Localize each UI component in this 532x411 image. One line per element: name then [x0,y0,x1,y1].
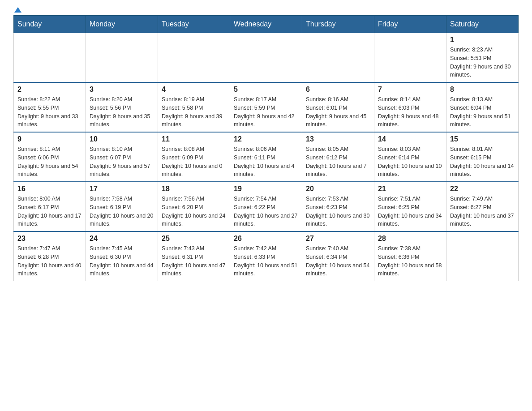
weekday-header-row: SundayMondayTuesdayWednesdayThursdayFrid… [14,16,519,33]
day-info: Sunrise: 8:13 AM Sunset: 6:04 PM Dayligh… [450,95,515,129]
day-number: 15 [450,135,515,143]
day-number: 12 [234,135,298,143]
calendar-cell: 10Sunrise: 8:10 AM Sunset: 6:07 PM Dayli… [86,132,158,182]
day-number: 21 [378,185,442,193]
day-number: 10 [90,135,154,143]
calendar-cell: 26Sunrise: 7:42 AM Sunset: 6:33 PM Dayli… [230,231,302,281]
day-number: 22 [450,185,515,193]
calendar-cell: 19Sunrise: 7:54 AM Sunset: 6:22 PM Dayli… [230,182,302,231]
calendar-cell: 21Sunrise: 7:51 AM Sunset: 6:25 PM Dayli… [374,182,446,231]
calendar-cell: 7Sunrise: 8:14 AM Sunset: 6:03 PM Daylig… [374,82,446,132]
calendar-week-row: 9Sunrise: 8:11 AM Sunset: 6:06 PM Daylig… [14,132,519,182]
day-number: 19 [234,185,298,193]
day-number: 25 [162,235,226,243]
day-info: Sunrise: 7:38 AM Sunset: 6:36 PM Dayligh… [378,244,442,278]
day-info: Sunrise: 7:40 AM Sunset: 6:34 PM Dayligh… [306,244,370,278]
day-info: Sunrise: 8:16 AM Sunset: 6:01 PM Dayligh… [306,95,370,129]
day-number: 3 [90,86,154,94]
calendar-cell [302,33,374,83]
day-info: Sunrise: 7:47 AM Sunset: 6:28 PM Dayligh… [17,244,82,278]
calendar-cell [230,33,302,83]
day-number: 23 [17,235,82,243]
day-number: 4 [162,86,226,94]
calendar-week-row: 1Sunrise: 8:23 AM Sunset: 5:53 PM Daylig… [14,33,519,83]
calendar-cell: 13Sunrise: 8:05 AM Sunset: 6:12 PM Dayli… [302,132,374,182]
calendar-cell: 3Sunrise: 8:20 AM Sunset: 5:56 PM Daylig… [86,82,158,132]
weekday-header-tuesday: Tuesday [158,16,230,33]
day-number: 18 [162,185,226,193]
calendar-cell: 24Sunrise: 7:45 AM Sunset: 6:30 PM Dayli… [86,231,158,281]
day-info: Sunrise: 7:53 AM Sunset: 6:23 PM Dayligh… [306,195,370,228]
day-info: Sunrise: 7:54 AM Sunset: 6:22 PM Dayligh… [234,195,298,228]
logo [13,9,21,11]
calendar-cell: 22Sunrise: 7:49 AM Sunset: 6:27 PM Dayli… [446,182,519,231]
calendar-cell: 28Sunrise: 7:38 AM Sunset: 6:36 PM Dayli… [374,231,446,281]
calendar-cell: 9Sunrise: 8:11 AM Sunset: 6:06 PM Daylig… [14,132,86,182]
day-number: 6 [306,86,370,94]
day-number: 11 [162,135,226,143]
calendar-cell: 16Sunrise: 8:00 AM Sunset: 6:17 PM Dayli… [14,182,86,231]
calendar-cell [374,33,446,83]
day-info: Sunrise: 7:45 AM Sunset: 6:30 PM Dayligh… [90,244,154,278]
day-info: Sunrise: 8:08 AM Sunset: 6:09 PM Dayligh… [162,145,226,179]
weekday-header-sunday: Sunday [14,16,86,33]
calendar-cell: 1Sunrise: 8:23 AM Sunset: 5:53 PM Daylig… [446,33,519,83]
calendar-cell: 12Sunrise: 8:06 AM Sunset: 6:11 PM Dayli… [230,132,302,182]
calendar-cell: 5Sunrise: 8:17 AM Sunset: 5:59 PM Daylig… [230,82,302,132]
calendar-cell: 14Sunrise: 8:03 AM Sunset: 6:14 PM Dayli… [374,132,446,182]
calendar-cell: 20Sunrise: 7:53 AM Sunset: 6:23 PM Dayli… [302,182,374,231]
calendar-cell [14,33,86,83]
calendar-week-row: 23Sunrise: 7:47 AM Sunset: 6:28 PM Dayli… [14,231,519,281]
calendar-cell [446,231,519,281]
calendar-table: SundayMondayTuesdayWednesdayThursdayFrid… [13,15,519,281]
calendar-cell [86,33,158,83]
day-info: Sunrise: 7:51 AM Sunset: 6:25 PM Dayligh… [378,195,442,228]
calendar-cell [158,33,230,83]
day-number: 14 [378,135,442,143]
day-number: 5 [234,86,298,94]
day-number: 8 [450,86,515,94]
day-info: Sunrise: 8:00 AM Sunset: 6:17 PM Dayligh… [17,195,82,228]
calendar-week-row: 2Sunrise: 8:22 AM Sunset: 5:55 PM Daylig… [14,82,519,132]
calendar-cell: 11Sunrise: 8:08 AM Sunset: 6:09 PM Dayli… [158,132,230,182]
day-number: 13 [306,135,370,143]
calendar-cell: 4Sunrise: 8:19 AM Sunset: 5:58 PM Daylig… [158,82,230,132]
calendar-cell: 23Sunrise: 7:47 AM Sunset: 6:28 PM Dayli… [14,231,86,281]
day-info: Sunrise: 8:11 AM Sunset: 6:06 PM Dayligh… [17,145,82,179]
weekday-header-friday: Friday [374,16,446,33]
day-info: Sunrise: 7:42 AM Sunset: 6:33 PM Dayligh… [234,244,298,278]
calendar-cell: 2Sunrise: 8:22 AM Sunset: 5:55 PM Daylig… [14,82,86,132]
weekday-header-saturday: Saturday [446,16,519,33]
day-info: Sunrise: 8:19 AM Sunset: 5:58 PM Dayligh… [162,95,226,129]
day-info: Sunrise: 8:20 AM Sunset: 5:56 PM Dayligh… [90,95,154,129]
day-info: Sunrise: 8:22 AM Sunset: 5:55 PM Dayligh… [17,95,82,129]
calendar-cell: 6Sunrise: 8:16 AM Sunset: 6:01 PM Daylig… [302,82,374,132]
day-number: 17 [90,185,154,193]
day-info: Sunrise: 8:14 AM Sunset: 6:03 PM Dayligh… [378,95,442,129]
page-header [13,9,519,11]
day-info: Sunrise: 8:06 AM Sunset: 6:11 PM Dayligh… [234,145,298,179]
day-number: 7 [378,86,442,94]
calendar-cell: 17Sunrise: 7:58 AM Sunset: 6:19 PM Dayli… [86,182,158,231]
weekday-header-thursday: Thursday [302,16,374,33]
day-number: 1 [450,36,515,44]
day-number: 24 [90,235,154,243]
day-number: 9 [17,135,82,143]
calendar-week-row: 16Sunrise: 8:00 AM Sunset: 6:17 PM Dayli… [14,182,519,231]
day-info: Sunrise: 7:56 AM Sunset: 6:20 PM Dayligh… [162,195,226,228]
calendar-cell: 18Sunrise: 7:56 AM Sunset: 6:20 PM Dayli… [158,182,230,231]
day-info: Sunrise: 8:03 AM Sunset: 6:14 PM Dayligh… [378,145,442,179]
calendar-cell: 8Sunrise: 8:13 AM Sunset: 6:04 PM Daylig… [446,82,519,132]
day-info: Sunrise: 8:23 AM Sunset: 5:53 PM Dayligh… [450,46,515,79]
calendar-cell: 27Sunrise: 7:40 AM Sunset: 6:34 PM Dayli… [302,231,374,281]
day-number: 20 [306,185,370,193]
weekday-header-wednesday: Wednesday [230,16,302,33]
calendar-cell: 25Sunrise: 7:43 AM Sunset: 6:31 PM Dayli… [158,231,230,281]
day-info: Sunrise: 8:10 AM Sunset: 6:07 PM Dayligh… [90,145,154,179]
day-info: Sunrise: 7:49 AM Sunset: 6:27 PM Dayligh… [450,195,515,228]
day-info: Sunrise: 8:05 AM Sunset: 6:12 PM Dayligh… [306,145,370,179]
day-info: Sunrise: 8:17 AM Sunset: 5:59 PM Dayligh… [234,95,298,129]
day-number: 26 [234,235,298,243]
calendar-cell: 15Sunrise: 8:01 AM Sunset: 6:15 PM Dayli… [446,132,519,182]
day-info: Sunrise: 8:01 AM Sunset: 6:15 PM Dayligh… [450,145,515,179]
